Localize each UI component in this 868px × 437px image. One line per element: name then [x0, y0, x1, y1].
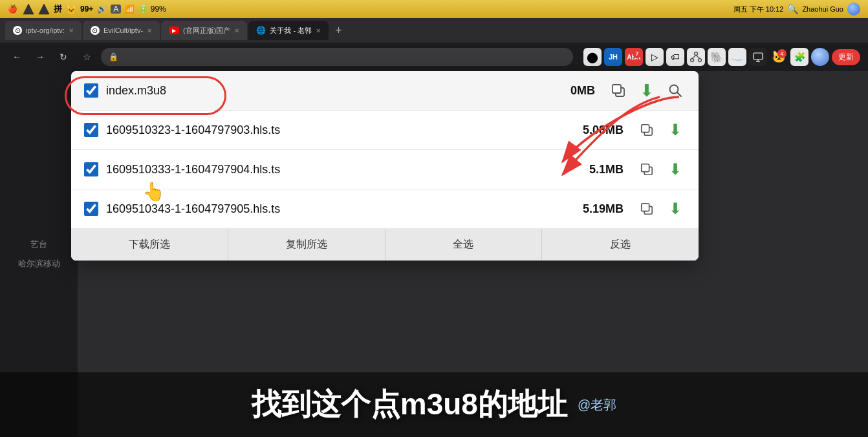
- download-green-icon-0[interactable]: ⬇: [665, 120, 686, 140]
- cat-extension[interactable]: 🐱 4: [770, 48, 788, 66]
- header-checkbox[interactable]: [84, 83, 98, 98]
- tab-bar: ⊙ iptv-org/iptv: ✕ ⊙ EvilCult/iptv- ✕ ▶ …: [0, 18, 868, 43]
- toolbar: ← → ↻ ☆ 🔒 ⬤ JH ABR 7 ▷ 🏷: [0, 43, 868, 71]
- menubar-left: 🍎 拼 🐱 99+ 🔊 A 📶 🔋 99%: [8, 3, 166, 15]
- item-filename-0: 1609510323-1-1604797903.hls.ts: [106, 123, 575, 137]
- subtitle-main-text: 找到这个点m3u8的地址: [252, 385, 567, 425]
- bookmark-button[interactable]: ☆: [78, 48, 96, 66]
- item-filename-1: 1609510333-1-1604797904.hls.ts: [106, 163, 581, 176]
- header-filesize: 0MB: [570, 84, 595, 98]
- svg-marker-1: [39, 4, 49, 14]
- search-icon-header[interactable]: [665, 80, 686, 101]
- tag-extension[interactable]: 🏷: [666, 48, 684, 66]
- copy-icon-header[interactable]: [608, 80, 629, 101]
- tab-iptv-org[interactable]: ⊙ iptv-org/iptv: ✕: [5, 21, 81, 40]
- svg-marker-0: [23, 4, 34, 14]
- sidebar-item-yitai: 艺台: [30, 239, 47, 250]
- dropdown-item-2: 1609510343-1-1604797905.hls.ts 5.19MB ⬇: [71, 189, 699, 229]
- search-menubar-icon: 🔍: [787, 4, 798, 14]
- forward-button[interactable]: →: [31, 48, 49, 66]
- user-display: Zhaohui Guo: [802, 5, 843, 13]
- sidebar-item-haerbin: 哈尔滨移动: [18, 258, 60, 270]
- cat-badge: 4: [777, 49, 787, 58]
- sphere-extension[interactable]: ⬤: [583, 48, 602, 66]
- address-bar[interactable]: 🔒: [101, 48, 573, 66]
- item-checkbox-0[interactable]: [84, 123, 98, 137]
- apple-icon: 🍎: [8, 5, 17, 14]
- svg-point-3: [691, 59, 694, 62]
- svg-rect-15: [642, 125, 649, 133]
- user-avatar-icon: [847, 3, 860, 16]
- tab-label-1: iptv-org/iptv:: [26, 27, 65, 34]
- tab-youtube[interactable]: ▶ (官网正版)国产 ✕: [161, 21, 247, 40]
- download-selected-button[interactable]: 下载所选: [71, 229, 228, 261]
- item-filesize-2: 5.19MB: [583, 202, 624, 216]
- tab-label-4: 关于我 - 老郭: [270, 26, 312, 36]
- abr-badge: 7: [633, 49, 642, 58]
- svg-rect-17: [642, 164, 649, 172]
- dropdown-header-row: index.m3u8 0MB ⬇: [71, 71, 699, 111]
- invert-selection-button[interactable]: 反选: [542, 229, 699, 261]
- download-green-icon-1[interactable]: ⬇: [665, 159, 686, 180]
- copy-selected-button[interactable]: 复制所选: [228, 229, 385, 261]
- dropdown-item-1: 1609510333-1-1604797904.hls.ts 5.1MB ⬇: [71, 150, 699, 189]
- mac-menubar: 🍎 拼 🐱 99+ 🔊 A 📶 🔋 99% 周五 下午 10:12 🔍 Zhao…: [0, 0, 868, 18]
- svg-point-2: [695, 52, 698, 56]
- extension-icons: ⬤ JH ABR 7 ▷ 🏷 🐘 ☁️: [583, 48, 860, 66]
- header-filename: index.m3u8: [106, 84, 563, 98]
- menubar-right: 周五 下午 10:12 🔍 Zhaohui Guo: [733, 3, 860, 16]
- cloud-extension[interactable]: ☁️: [728, 48, 746, 66]
- extensions-button[interactable]: 🧩: [790, 48, 808, 66]
- select-all-button[interactable]: 全选: [385, 229, 543, 261]
- menubar-app-icons: 拼 🐱 99+ 🔊 A 📶 🔋 99%: [23, 3, 166, 15]
- monitor-extension[interactable]: [749, 48, 767, 66]
- subtitle-bar: 找到这个点m3u8的地址 @老郭: [0, 372, 868, 437]
- copy-icon-0[interactable]: [636, 120, 657, 140]
- tab-close-1[interactable]: ✕: [69, 27, 74, 34]
- copy-icon-2[interactable]: [636, 198, 657, 219]
- datetime-display: 周五 下午 10:12: [733, 5, 784, 14]
- new-tab-button[interactable]: +: [330, 24, 347, 37]
- youtube-icon-tab3: ▶: [169, 27, 179, 34]
- svg-point-4: [699, 59, 702, 62]
- main-content: 艺台 哈尔滨移动 index.m3u8 0MB ⬇ 1609510323-1-1…: [0, 71, 868, 437]
- globe-icon-tab4: 🌐: [256, 26, 266, 35]
- download-dropdown: index.m3u8 0MB ⬇ 1609510323-1-1604797903…: [71, 71, 699, 261]
- item-filesize-0: 5.08MB: [583, 123, 624, 137]
- back-button[interactable]: ←: [8, 48, 26, 66]
- tab-close-3[interactable]: ✕: [234, 27, 239, 34]
- lock-icon: 🔒: [109, 52, 118, 61]
- reload-button[interactable]: ↻: [54, 48, 72, 66]
- svg-line-13: [677, 92, 681, 96]
- elephant-extension[interactable]: 🐘: [708, 48, 726, 66]
- arrow-extension[interactable]: ▷: [646, 48, 664, 66]
- tab-evilcult[interactable]: ⊙ EvilCult/iptv- ✕: [83, 21, 160, 40]
- svg-rect-7: [754, 53, 763, 59]
- tab-laoguo[interactable]: 🌐 关于我 - 老郭 ✕: [248, 21, 329, 40]
- abr-extension[interactable]: ABR 7: [625, 48, 643, 66]
- subtitle-handle: @老郭: [578, 396, 616, 414]
- tab-close-2[interactable]: ✕: [147, 27, 152, 34]
- tab-close-4[interactable]: ✕: [316, 27, 321, 34]
- tab-label-3: (官网正版)国产: [183, 26, 230, 36]
- svg-rect-11: [613, 85, 621, 93]
- item-filename-2: 1609510343-1-1604797905.hls.ts: [106, 202, 575, 216]
- download-green-icon-2[interactable]: ⬇: [665, 198, 686, 219]
- svg-line-6: [696, 56, 700, 59]
- download-green-icon-header[interactable]: ⬇: [636, 80, 657, 101]
- browser-chrome: ⊙ iptv-org/iptv: ✕ ⊙ EvilCult/iptv- ✕ ▶ …: [0, 18, 868, 71]
- github-icon-tab1: ⊙: [13, 26, 22, 35]
- user-profile-button[interactable]: [811, 48, 829, 66]
- dropdown-actions: 下载所选 复制所选 全选 反选: [71, 229, 699, 261]
- item-checkbox-2[interactable]: [84, 202, 98, 216]
- item-checkbox-1[interactable]: [84, 162, 98, 176]
- copy-icon-1[interactable]: [636, 159, 657, 180]
- update-button[interactable]: 更新: [832, 49, 860, 65]
- network-extension[interactable]: [687, 48, 705, 66]
- svg-line-5: [692, 56, 696, 59]
- jh-extension[interactable]: JH: [604, 48, 622, 66]
- github-icon-tab2: ⊙: [91, 26, 100, 35]
- item-filesize-1: 5.1MB: [589, 163, 624, 176]
- dropdown-item-0: 1609510323-1-1604797903.hls.ts 5.08MB ⬇: [71, 111, 699, 150]
- svg-rect-19: [642, 204, 649, 211]
